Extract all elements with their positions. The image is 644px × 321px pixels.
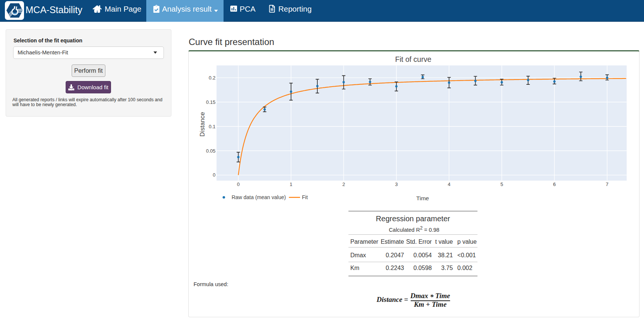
svg-text:5: 5: [500, 182, 503, 187]
svg-text:7: 7: [606, 182, 608, 187]
svg-text:0.05: 0.05: [206, 148, 215, 154]
svg-text:1: 1: [290, 182, 292, 187]
svg-text:0: 0: [237, 182, 240, 187]
svg-text:4: 4: [448, 182, 450, 187]
svg-text:Raw data (mean value): Raw data (mean value): [231, 194, 286, 200]
svg-text:Distance: Distance: [199, 112, 206, 136]
svg-text:3: 3: [395, 182, 398, 187]
svg-text:Fit: Fit: [302, 194, 308, 200]
svg-text:6: 6: [553, 182, 556, 187]
svg-text:Time: Time: [416, 195, 429, 201]
svg-text:0.15: 0.15: [206, 99, 215, 105]
svg-text:0: 0: [213, 172, 215, 178]
svg-text:0.2: 0.2: [209, 75, 215, 81]
svg-text:0.1: 0.1: [209, 124, 215, 129]
svg-text:Fit of curve: Fit of curve: [395, 55, 431, 63]
svg-text:2: 2: [342, 182, 345, 187]
